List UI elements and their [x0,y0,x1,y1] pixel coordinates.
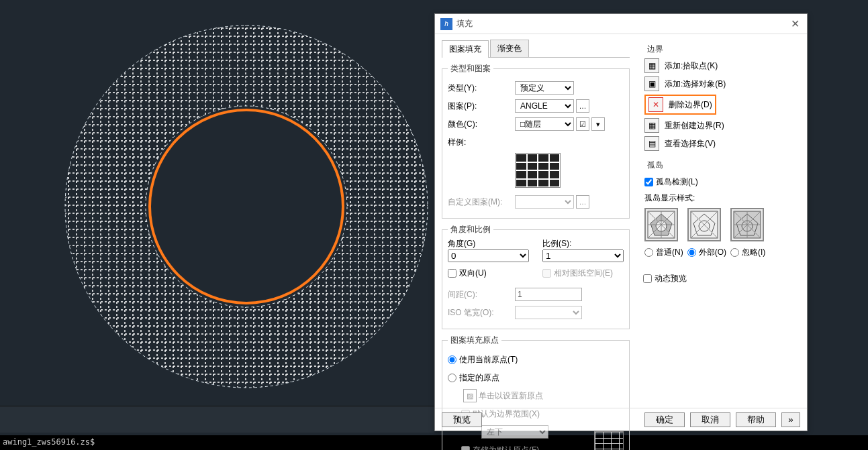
use-current-origin-radio[interactable] [448,355,456,364]
dialog-titlebar: h 填充 ✕ [435,14,807,34]
pick-origin-button: ▨ [463,389,477,402]
drawing-canvas[interactable] [0,0,434,429]
command-bar-area [0,406,434,433]
add-select-object-button[interactable]: ▣添加:选择对象(B) [644,76,800,91]
dynamic-preview-checkbox[interactable] [643,274,652,283]
view-selection-button[interactable]: ▤查看选择集(V) [644,136,800,151]
island-outer-radio[interactable] [687,248,696,257]
island-ignore-swatch[interactable] [730,208,764,241]
ok-button[interactable]: 确定 [644,412,685,427]
pattern-select[interactable]: ANGLE [515,99,574,113]
type-select[interactable]: 预定义 [515,81,574,95]
remove-boundary-button[interactable]: ✕删除边界(D) [648,97,712,112]
tab-pattern-fill[interactable]: 图案填充 [442,40,489,58]
type-label: 类型(Y): [448,82,515,94]
color-label: 颜色(C): [448,119,515,130]
island-normal-radio[interactable] [644,248,653,257]
iso-pen-label: ISO 笔宽(O): [448,307,515,319]
island-style-label: 孤岛显示样式: [644,192,800,204]
angle-label: 角度(G) [448,239,475,248]
app-icon: h [440,18,452,30]
help-button[interactable]: 帮助 [736,412,776,427]
dialog-footer: 预览 确定 取消 帮助 » [435,408,807,431]
angle-scale-group: 角度和比例 角度(G) 0 双向(U) 比例(S): 1 相对图纸空间(E) 间… [442,224,630,329]
pick-point-icon: ▦ [644,58,659,73]
angle-select[interactable]: 0 [448,249,529,262]
close-icon[interactable]: ✕ [788,17,802,30]
color-dropdown-button[interactable]: ▾ [591,117,605,131]
recreate-boundary-button[interactable]: ▦重新创建边界(R) [644,118,800,133]
tab-gradient[interactable]: 渐变色 [490,40,529,57]
spacing-input [515,288,582,301]
bidirectional-checkbox[interactable] [448,269,456,278]
hatch-origin-group: 图案填充原点 使用当前原点(T) 指定的原点 ▨ 单击以设置新原点 默认为边界范… [442,335,630,450]
hatch-dialog: h 填充 ✕ 图案填充 渐变色 类型和图案 类型(Y): 预定义 图案(P): … [434,13,808,431]
color-select[interactable]: □随层 [515,117,574,131]
island-detect-checkbox[interactable] [644,178,653,186]
status-bar: awing1_zws56916.zs$ [0,435,868,450]
scale-select[interactable]: 1 [542,249,624,262]
view-selection-icon: ▤ [644,136,659,151]
island-group: 孤岛 孤岛检测(L) 孤岛显示样式: 普通(N) 外部(O) 忽略(I) [643,160,800,263]
scale-label: 比例(S): [542,239,571,248]
paperspace-rel-checkbox [542,269,551,278]
remove-boundary-highlight: ✕删除边界(D) [644,95,716,115]
island-ignore-radio[interactable] [730,248,739,257]
add-pick-point-button[interactable]: ▦添加:拾取点(K) [644,58,800,73]
spacing-label: 间距(C): [448,289,515,300]
tab-bar: 图案填充 渐变色 [442,40,630,58]
sample-label: 样例: [448,137,515,148]
cancel-button[interactable]: 取消 [690,412,730,427]
island-outer-swatch[interactable] [687,208,721,241]
color-swatch-button[interactable]: ☑ [576,117,589,131]
recreate-boundary-icon: ▦ [644,118,659,133]
pattern-label: 图案(P): [448,101,515,112]
store-default-origin-checkbox [461,446,470,451]
dialog-title: 填充 [456,18,788,30]
pattern-sample-swatch[interactable] [515,153,561,188]
custom-browse-button: … [576,195,589,209]
island-normal-swatch[interactable] [644,208,678,241]
select-object-icon: ▣ [644,76,659,91]
remove-boundary-icon: ✕ [648,97,663,112]
type-and-pattern-group: 类型和图案 类型(Y): 预定义 图案(P): ANGLE … 颜色(C): □… [442,63,630,219]
custom-pattern-label: 自定义图案(M): [448,196,515,208]
origin-preview-swatch [594,431,624,450]
iso-pen-select [515,306,582,319]
boundary-group: 边界 ▦添加:拾取点(K) ▣添加:选择对象(B) ✕删除边界(D) ▦重新创建… [643,44,800,154]
pattern-browse-button[interactable]: … [576,99,589,113]
preview-button[interactable]: 预览 [442,412,482,427]
custom-pattern-select [515,195,574,209]
specified-origin-radio[interactable] [448,374,456,382]
expand-button[interactable]: » [781,412,800,427]
